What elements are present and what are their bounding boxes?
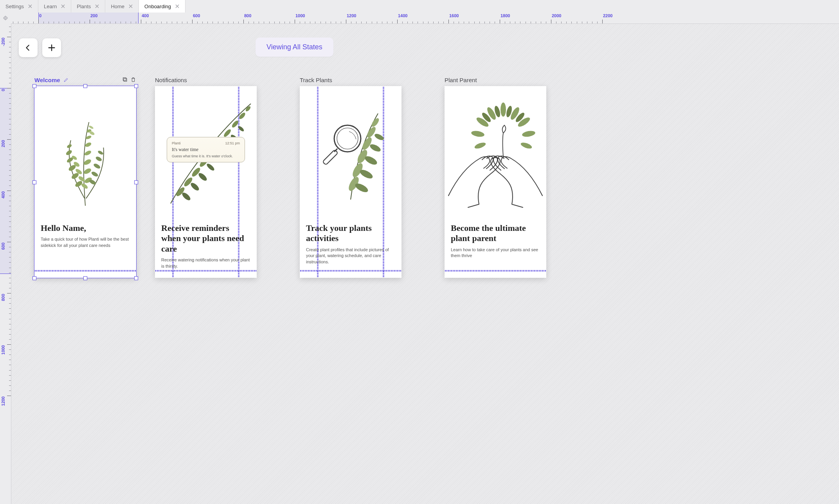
close-icon[interactable] [128, 4, 133, 9]
duplicate-icon[interactable] [122, 77, 128, 84]
artboard-plant-parent[interactable]: Plant Parent [445, 86, 546, 278]
svg-point-47 [238, 125, 245, 132]
resize-handle-w[interactable] [32, 180, 36, 184]
tab-label: Settings [5, 4, 24, 9]
notification-app: Planti [172, 141, 181, 145]
resize-handle-n[interactable] [83, 84, 87, 88]
artboard-title-text: Plant Parent [445, 77, 477, 83]
artboard-welcome[interactable]: Welcome [34, 86, 136, 278]
tab-onboarding[interactable]: Onboarding [139, 0, 185, 13]
design-canvas[interactable]: Viewing All States Welcome [11, 23, 839, 504]
notification-time: 12:51 pm [225, 141, 240, 145]
close-icon[interactable] [175, 4, 180, 9]
artboard-title[interactable]: Notifications [155, 77, 187, 83]
resize-handle-e[interactable] [134, 180, 138, 184]
resize-handle-nw[interactable] [32, 84, 36, 88]
tab-plants[interactable]: Plants [71, 0, 105, 13]
svg-point-38 [238, 112, 247, 120]
svg-point-42 [197, 172, 208, 182]
close-icon[interactable] [95, 4, 99, 9]
ruler-vertical[interactable]: -200020040060080010001200 [0, 23, 11, 504]
svg-point-41 [189, 182, 200, 192]
svg-point-69 [522, 130, 536, 138]
resize-handle-ne[interactable] [134, 84, 138, 88]
svg-point-43 [206, 162, 216, 171]
svg-point-57 [369, 143, 382, 153]
tab-bar: Settings Learn Plants Home Onboarding [0, 0, 839, 13]
svg-point-58 [374, 133, 385, 142]
ruler-origin-toggle[interactable] [0, 13, 11, 24]
artboard-body: Receive watering notifications when your… [161, 257, 250, 269]
margin-guide-bottom [445, 270, 546, 272]
state-filter-pill[interactable]: Viewing All States [256, 38, 333, 57]
artboard-heading: Track your plants activities [306, 223, 395, 244]
margin-guide-bottom [155, 270, 257, 272]
artboard-title[interactable]: Welcome [34, 77, 68, 83]
svg-rect-3 [124, 78, 127, 81]
resize-handle-s[interactable] [83, 276, 87, 280]
artboard-track-plants[interactable]: Track Plants [300, 86, 401, 278]
tab-label: Learn [44, 4, 57, 9]
artboard-title-text: Notifications [155, 77, 187, 83]
tab-home[interactable]: Home [105, 0, 139, 13]
artboard-body: Learn how to take care of your plants an… [451, 247, 540, 259]
magnifier-icon [319, 121, 365, 168]
svg-point-68 [471, 130, 485, 138]
artboard-title[interactable]: Track Plants [300, 77, 332, 83]
svg-rect-4 [123, 78, 126, 81]
margin-guide-bottom [300, 270, 401, 272]
rename-icon[interactable] [63, 77, 68, 83]
ruler-horizontal[interactable]: 0200400600800100012001400160018002000220… [11, 13, 839, 24]
svg-point-59 [334, 125, 361, 152]
resize-handle-sw[interactable] [32, 276, 36, 280]
svg-rect-61 [322, 149, 338, 165]
artboard-heading: Become the ultimate plant parent [451, 223, 540, 244]
tab-label: Home [111, 4, 124, 9]
delete-icon[interactable] [130, 77, 136, 84]
close-icon[interactable] [61, 4, 65, 9]
notification-card: Planti 12:51 pm It's water time Guess wh… [167, 137, 245, 162]
artboard-body: Create plant profiles that include pictu… [306, 247, 395, 265]
artboard-heading: Receive reminders when your plants need … [161, 223, 250, 254]
hands-illustration [445, 137, 546, 215]
artboard-title-text: Track Plants [300, 77, 332, 83]
back-button[interactable] [19, 38, 38, 57]
tab-label: Onboarding [144, 4, 171, 9]
selection-outline [34, 86, 137, 278]
svg-point-63 [501, 103, 506, 117]
add-button[interactable] [42, 38, 61, 57]
tab-settings[interactable]: Settings [0, 0, 38, 13]
close-icon[interactable] [28, 4, 32, 9]
artboard-notifications[interactable]: Notifications Planti [155, 86, 257, 278]
artboard-title[interactable]: Plant Parent [445, 77, 477, 83]
tab-learn[interactable]: Learn [38, 0, 71, 13]
state-filter-label: Viewing All States [266, 43, 322, 51]
notification-title: It's water time [172, 147, 240, 153]
tab-label: Plants [77, 4, 91, 9]
resize-handle-se[interactable] [134, 276, 138, 280]
artboard-title-text: Welcome [34, 77, 60, 83]
notification-body: Guess what time it is. It's water o'cloc… [172, 154, 240, 158]
